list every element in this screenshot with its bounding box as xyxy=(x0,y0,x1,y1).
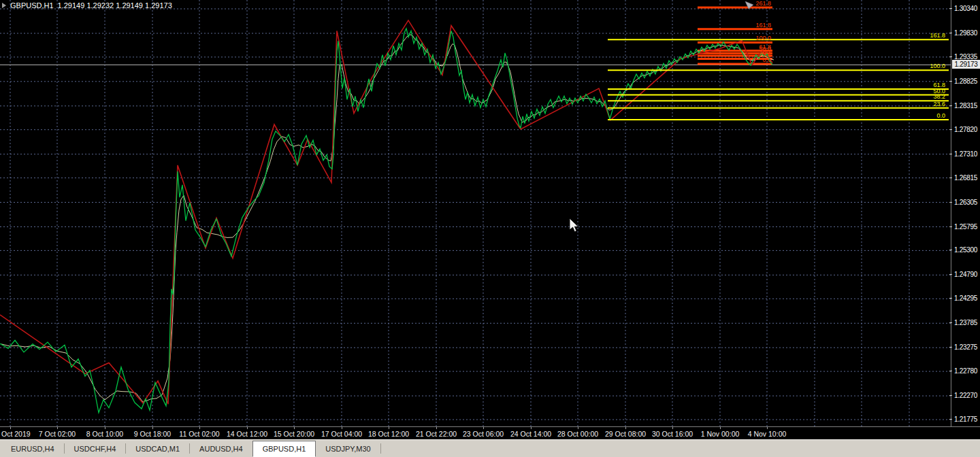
time-tick-mark xyxy=(10,427,11,429)
price-tick-label: 1.26815 xyxy=(954,174,977,182)
time-tick-mark xyxy=(578,427,578,429)
tab-usdcad-m1[interactable]: USDCAD,M1 xyxy=(126,440,189,457)
chart-plot-area[interactable]: 0.023.638.250.061.8100.0161.8261.80.023.… xyxy=(0,0,951,426)
tab-audusd-h4[interactable]: AUDUSD,H4 xyxy=(190,440,252,457)
chart-tab-bar: EURUSD,H4USDCHF,H4USDCAD,M1AUDUSD,H4GBPU… xyxy=(0,439,980,457)
svg-text:161.8: 161.8 xyxy=(930,32,945,39)
time-tick-mark xyxy=(389,427,389,429)
time-tick-label: 21 Oct 22:00 xyxy=(416,430,457,438)
price-tick-label: 1.24295 xyxy=(954,294,977,302)
time-tick-mark xyxy=(720,427,721,429)
tab-separator xyxy=(380,443,381,454)
price-tick-label: 1.25795 xyxy=(954,223,977,231)
time-tick-mark xyxy=(531,427,532,429)
time-tick-mark xyxy=(342,427,342,429)
time-tick-label: 15 Oct 20:00 xyxy=(274,430,314,438)
time-axis[interactable]: Oct 20197 Oct 02:008 Oct 10:009 Oct 18:0… xyxy=(0,426,980,439)
time-tick-mark xyxy=(294,427,295,429)
svg-text:38.2: 38.2 xyxy=(933,93,945,100)
time-tick-mark xyxy=(625,427,626,429)
time-tick-label: 11 Oct 02:00 xyxy=(179,430,219,438)
time-tick-label: 28 Oct 00:00 xyxy=(557,430,598,438)
time-tick-label: 23 Oct 06:00 xyxy=(463,430,504,438)
price-tick-label: 1.30340 xyxy=(954,5,977,12)
time-tick-label: 29 Oct 08:00 xyxy=(605,430,646,438)
price-line[interactable] xyxy=(0,29,772,413)
price-tick-label: 1.23275 xyxy=(954,343,977,351)
price-tick-label: 1.22780 xyxy=(954,367,977,375)
price-tick-label: 1.22270 xyxy=(954,392,977,399)
price-tick-label: 1.25300 xyxy=(954,246,977,254)
time-tick-label: 14 Oct 12:00 xyxy=(227,430,267,438)
time-tick-mark xyxy=(436,427,437,429)
svg-text:261.8: 261.8 xyxy=(755,0,771,7)
price-tick-label: 1.27820 xyxy=(954,126,977,133)
price-tick-label: 1.24790 xyxy=(954,271,977,278)
price-tick-label: 1.28315 xyxy=(954,102,977,109)
time-tick-mark xyxy=(57,427,58,429)
price-tick-label: 1.21775 xyxy=(954,416,977,423)
chart-ohlc-values: 1.29149 1.29232 1.29149 1.29173 xyxy=(58,1,172,10)
tab-usdchf-h4[interactable]: USDCHF,H4 xyxy=(65,440,126,457)
time-tick-label: Oct 2019 xyxy=(1,430,31,438)
current-price-badge: 1.29173 xyxy=(952,60,980,69)
svg-text:61.8: 61.8 xyxy=(933,82,945,88)
time-tick-mark xyxy=(152,427,153,429)
time-tick-mark xyxy=(199,427,200,429)
time-tick-mark xyxy=(247,427,248,429)
time-tick-label: 24 Oct 14:00 xyxy=(510,430,551,438)
time-tick-label: 8 Oct 10:00 xyxy=(86,430,123,438)
fib-retracement-yellow[interactable] xyxy=(608,39,949,120)
price-tick-label: 1.27310 xyxy=(954,150,977,158)
chart-ohlc-header: GBPUSD,H1 1.29149 1.29232 1.29149 1.2917… xyxy=(2,1,172,10)
svg-text:61.8: 61.8 xyxy=(759,44,771,50)
tab-usdjpy-m30[interactable]: USDJPY,M30 xyxy=(316,440,380,457)
chart-marker-icon xyxy=(2,3,6,8)
price-tick-label: 1.28825 xyxy=(954,78,977,85)
time-tick-label: 18 Oct 12:00 xyxy=(368,430,409,438)
time-tick-label: 30 Oct 16:00 xyxy=(652,430,693,438)
time-tick-mark xyxy=(105,427,105,429)
svg-text:100.0: 100.0 xyxy=(755,35,771,41)
price-chart[interactable]: 0.023.638.250.061.8100.0161.8261.80.023.… xyxy=(0,0,951,426)
time-tick-mark xyxy=(483,427,484,429)
price-tick-label: 1.23785 xyxy=(954,319,977,326)
time-tick-label: 9 Oct 18:00 xyxy=(134,430,171,438)
price-axis[interactable]: 1.29173 1.303401.298301.293351.288251.28… xyxy=(951,0,980,426)
price-tick-label: 1.29830 xyxy=(954,29,977,37)
price-tick-label: 1.26305 xyxy=(954,199,977,206)
svg-text:0.0: 0.0 xyxy=(936,112,945,119)
time-tick-label: 17 Oct 04:00 xyxy=(321,430,362,438)
time-tick-label: 4 Nov 10:00 xyxy=(748,430,787,438)
time-tick-mark xyxy=(767,427,768,429)
svg-text:161.8: 161.8 xyxy=(755,22,771,29)
svg-text:100.0: 100.0 xyxy=(930,63,945,69)
zigzag-line[interactable] xyxy=(0,20,772,404)
tab-gbpusd-h1[interactable]: GBPUSD,H1 xyxy=(252,441,316,457)
mt4-chart-window: 0.023.638.250.061.8100.0161.8261.80.023.… xyxy=(0,0,980,457)
chart-symbol-period: GBPUSD,H1 xyxy=(10,1,54,10)
time-tick-mark xyxy=(672,427,673,429)
time-tick-label: 1 Nov 00:00 xyxy=(701,430,740,438)
svg-text:23.6: 23.6 xyxy=(933,101,945,107)
tab-eurusd-h4[interactable]: EURUSD,H4 xyxy=(1,440,64,457)
time-tick-label: 7 Oct 02:00 xyxy=(39,430,76,438)
